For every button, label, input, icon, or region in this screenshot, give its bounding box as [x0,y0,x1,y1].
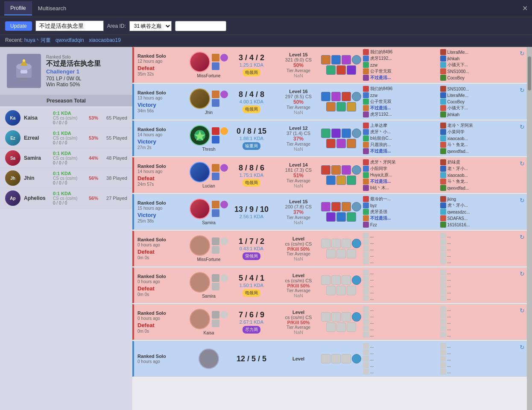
item-1-4 [336,102,346,111]
match-score-main-4: 13 / 9 / 10 [234,205,269,214]
close-button[interactable]: ✕ [522,4,528,12]
player-2-8: 斗丶鱼龙... [440,142,516,148]
refresh-icon-8[interactable]: ↻ [520,344,525,351]
match-cs-3: 181 (7.3) CS [285,167,312,173]
champ-cs2-samira: 0 / 0 / 0 [53,161,80,165]
player-0-3: 公子世无双 [363,68,438,74]
player-0-1: 虎牙1192... [363,56,438,62]
team-col-5-1: ... ... ... ... ... [363,233,438,264]
clear-storage-button[interactable]: Clear localStorage [175,21,227,31]
item-5-ward [352,239,361,248]
summoner-input[interactable] [35,20,104,31]
match-refresh-6[interactable]: ↻ [518,268,526,303]
top-bar: Profile Multisearch ✕ [0,0,532,17]
champ-item-samira[interactable]: Sa Samira 0:1 KDA CS cs (cs/m) 0 / 0 / 0… [0,148,132,168]
tab-multisearch[interactable]: Multisearch [32,2,72,15]
team-col-1-1: 我们的8496 zzw 公子世无双 不过是活... 虎牙1192... [363,86,438,117]
update-button[interactable]: Update [5,21,32,31]
player-1-3: 不过是活... [363,105,438,111]
match-result-6: Defeat [137,285,186,292]
player-5-4: ... [363,258,438,264]
player-4-2: 虎牙圣强 [363,209,438,215]
scrollbar-thumb[interactable] [528,56,531,91]
profile-lp: 701 LP / 0W 0L [46,76,126,82]
match-kda-3: 1.75:1 KDA [240,173,263,178]
match-champ-avatar-0 [190,52,210,72]
champ-name-ezreal: Ezreal [24,135,50,141]
match-nan-0: NaN [294,73,303,78]
player-2-9: qwxvdfad... [440,148,516,154]
item-6-5 [347,286,356,295]
area-select[interactable]: 31 峡谷之巅 [129,21,172,31]
player-3-5: 奶味蛋 [440,159,516,165]
match-level-7: Level [292,310,304,315]
refresh-icon-3[interactable]: ↻ [520,160,525,167]
match-refresh-2[interactable]: ↻ [518,121,526,156]
player-6-0: ... [363,269,438,275]
match-score-4: 13 / 9 / 10 2.56:1 KDA [228,194,275,229]
match-kda-5: 0.43:1 KDA [240,246,263,251]
player-6-7: ... [440,282,516,288]
champ-kda-samira: 0:1 KDA [53,151,80,156]
item-1-5 [347,102,356,111]
item-7-2 [342,312,351,322]
item-5-5 [347,249,356,258]
match-refresh-3[interactable]: ↻ [518,158,526,193]
player-6-6: ... [440,276,516,282]
match-level-4: Level 15 [289,199,307,204]
tab-profile[interactable]: Profile [4,1,32,15]
refresh-icon-1[interactable]: ↻ [520,87,525,94]
champ-wr-samira: 44% [83,155,98,161]
match-level-1: Level 16 [289,89,307,94]
item-1-1 [331,92,341,101]
player-1-0: 我们的8496 [363,86,438,92]
refresh-icon-7[interactable]: ↻ [520,307,525,314]
match-left-8: Ranked Solo 0 hours ago [134,341,190,376]
scrollbar[interactable] [527,47,532,410]
match-type-3: Ranked Solo [137,164,186,169]
recent-link-1[interactable]: qwxvdfadqin [56,37,84,43]
champ-item-kaisa[interactable]: Ka Kaisa 0:1 KDA CS cs (cs/m) 0 / 0 / 0 … [0,108,132,128]
item-3-1 [331,165,341,175]
champ-item-aphelios[interactable]: Ap Aphelios 0:1 KDA CS cs (cs/m) 0 / 0 /… [0,188,132,208]
team-col-8-1: ... ... ... ... ... [363,343,438,375]
item-4-ward [352,202,361,211]
player-7-4: ... [363,332,438,338]
match-left-7: Ranked Solo 0 hours ago Defeat 0m 0s [134,305,190,340]
player-7-9: ... [440,332,516,338]
match-items-0 [322,47,360,82]
match-stats-7: Level cs (cs/m) CS P/Kill 50% Tier Avera… [275,305,322,340]
refresh-icon-4[interactable]: ↻ [520,197,525,204]
match-tier-5: Tier Average [286,252,310,256]
item-6-2 [342,275,351,285]
item-0-4 [336,65,346,75]
match-refresh-8[interactable]: ↻ [518,341,526,376]
match-refresh-4[interactable]: ↻ [518,194,526,229]
champ-item-jhin[interactable]: Jh Jhin 0:1 KDA CS cs (cs/m) 0 / 0 / 0 5… [0,168,132,188]
match-items-4 [322,194,360,229]
match-stats-6: Level cs (cs/m) CS P/Kill 50% Tier Avera… [275,268,322,303]
match-score-main-5: 1 / 7 / 2 [239,237,264,246]
match-refresh-1[interactable]: ↻ [518,84,526,119]
match-champ-2: Thresh [190,121,228,156]
match-refresh-7[interactable]: ↻ [518,305,526,340]
match-items-1 [322,84,360,119]
item-5-0 [321,239,330,248]
refresh-icon-6[interactable]: ↻ [520,270,525,277]
refresh-icon-2[interactable]: ↻ [520,123,525,130]
item-2-ward [352,129,361,138]
match-stats-5: Level cs (cs/m) CS P/Kill 50% Tier Avera… [275,231,322,266]
recent-link-0[interactable]: huya丶河董 [24,37,51,43]
champ-name-jhin: Jhin [24,175,50,181]
profile-info: Ranked Solo 不过是活在执念里 Challenger 1 701 LP… [46,55,126,88]
match-items-5 [322,231,360,266]
refresh-icon-5[interactable]: ↻ [520,234,525,240]
refresh-icon-0[interactable]: ↻ [520,50,525,57]
match-badge-7: 尽力局 [243,326,260,334]
recent-link-2[interactable]: xiaocaobao19 [89,37,121,43]
match-refresh-5[interactable]: ↻ [518,231,526,266]
champ-wr-kaisa: 53% [83,115,98,120]
match-refresh-0[interactable]: ↻ [518,47,526,82]
match-items-8 [322,341,360,376]
champ-item-ezreal[interactable]: Ez Ezreal 0:1 KDA CS cs (cs/m) 0 / 0 / 0… [0,128,132,148]
